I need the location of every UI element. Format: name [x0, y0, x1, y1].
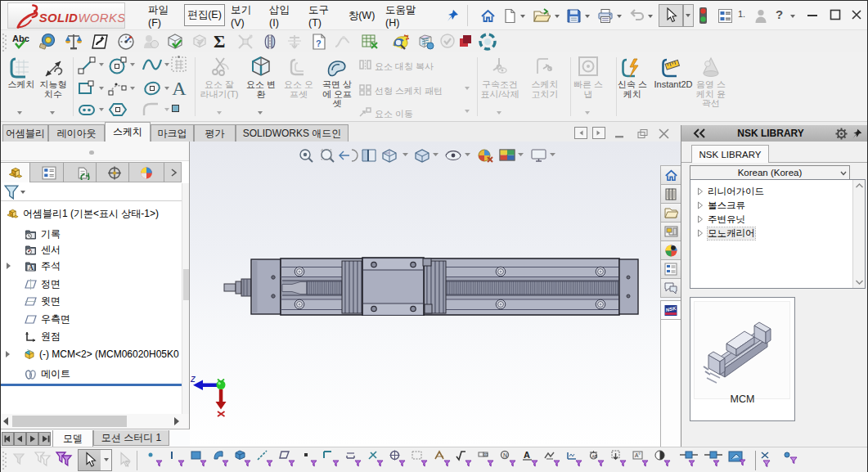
- svg-text:A°: A°: [635, 452, 641, 458]
- svg-text:A: A: [29, 264, 34, 272]
- svg-text:?: ?: [316, 38, 322, 48]
- svg-text:SOLID: SOLID: [39, 11, 78, 25]
- svg-text:Abc: Abc: [12, 34, 29, 43]
- svg-text:A: A: [524, 450, 530, 460]
- svg-text:03: 03: [484, 453, 489, 457]
- svg-text:AB: AB: [592, 454, 598, 459]
- svg-text:z: z: [190, 373, 196, 384]
- svg-text:N: N: [503, 452, 507, 458]
- svg-text:WORKS: WORKS: [78, 11, 124, 25]
